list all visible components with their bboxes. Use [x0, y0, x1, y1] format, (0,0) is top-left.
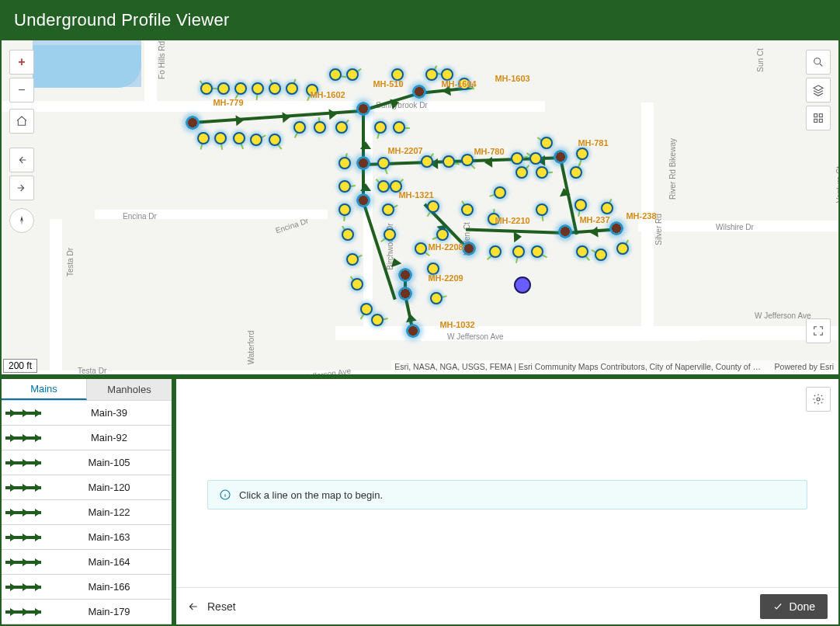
mains-list[interactable]: Main-39Main-92Main-105Main-120Main-122Ma…	[2, 401, 172, 624]
cleanout-marker[interactable]	[576, 245, 588, 258]
search-button[interactable]	[806, 50, 831, 75]
list-item[interactable]: Main-163	[2, 525, 172, 550]
cleanout-marker[interactable]	[616, 242, 629, 255]
cleanout-marker[interactable]	[217, 82, 230, 95]
layers-button[interactable]	[806, 78, 831, 103]
manhole-marker[interactable]	[356, 156, 370, 170]
profile-settings-button[interactable]	[806, 387, 831, 412]
cleanout-marker[interactable]	[601, 202, 613, 214]
tab-mains[interactable]: Mains	[2, 379, 87, 400]
cleanout-marker[interactable]	[335, 121, 348, 134]
previous-extent-button[interactable]	[9, 148, 34, 172]
cleanout-marker[interactable]	[338, 203, 351, 216]
map-pane[interactable]: Fo Hills RdSunnybrook DrRiver Rd Bikeway…	[2, 40, 838, 374]
list-item[interactable]: Main-92	[2, 426, 172, 450]
cleanout-marker[interactable]	[427, 200, 439, 213]
cleanout-marker[interactable]	[570, 166, 582, 179]
list-item[interactable]: Main-122	[2, 500, 172, 525]
manhole-marker[interactable]	[462, 242, 476, 256]
manhole-label: MH-1321	[398, 190, 433, 200]
manhole-label: MH-1032	[439, 320, 474, 329]
cleanout-marker[interactable]	[351, 278, 363, 290]
manhole-marker[interactable]	[406, 324, 420, 338]
cleanout-marker[interactable]	[531, 245, 543, 258]
cleanout-marker[interactable]	[377, 157, 390, 169]
cleanout-marker[interactable]	[494, 186, 506, 199]
next-extent-button[interactable]	[9, 176, 34, 200]
fullscreen-button[interactable]	[806, 318, 831, 343]
cleanout-marker[interactable]	[540, 137, 553, 149]
cleanout-marker[interactable]	[200, 82, 213, 95]
cleanout-marker[interactable]	[377, 180, 390, 193]
cleanout-marker[interactable]	[436, 228, 449, 241]
cleanout-marker[interactable]	[461, 203, 474, 216]
manhole-label: MH-2210	[495, 216, 529, 225]
cleanout-marker[interactable]	[529, 152, 542, 165]
cleanout-marker[interactable]	[234, 82, 247, 95]
list-item[interactable]: Main-164	[2, 550, 172, 575]
cleanout-marker[interactable]	[536, 166, 548, 179]
cleanout-marker[interactable]	[415, 242, 427, 255]
list-item[interactable]: Main-179	[2, 600, 172, 624]
tab-manholes[interactable]: Manholes	[87, 379, 172, 400]
cleanout-marker[interactable]	[384, 228, 396, 241]
zoom-out-button[interactable]: −	[9, 78, 34, 103]
done-button[interactable]: Done	[760, 594, 828, 619]
cleanout-marker[interactable]	[286, 82, 298, 95]
cleanout-marker[interactable]	[512, 245, 525, 258]
cleanout-marker[interactable]	[576, 148, 588, 160]
cleanout-marker[interactable]	[250, 134, 262, 146]
manhole-marker[interactable]	[554, 150, 568, 164]
cleanout-marker[interactable]	[293, 121, 306, 134]
cleanout-marker[interactable]	[595, 249, 607, 261]
cleanout-marker[interactable]	[536, 203, 548, 216]
cleanout-marker[interactable]	[443, 155, 455, 168]
cleanout-marker[interactable]	[515, 166, 528, 179]
map-attribution: Esri, NASA, NGA, USGS, FEMA | Esri Commu…	[391, 360, 837, 373]
cleanout-marker[interactable]	[382, 203, 394, 216]
list-item-label: Main-92	[53, 432, 165, 443]
home-button[interactable]	[9, 109, 34, 134]
cleanout-marker[interactable]	[342, 228, 354, 241]
cleanout-marker[interactable]	[346, 253, 359, 266]
cleanout-marker[interactable]	[214, 132, 227, 144]
manhole-marker[interactable]	[412, 85, 426, 99]
cleanout-marker[interactable]	[314, 121, 326, 134]
reset-button[interactable]: Reset	[187, 600, 236, 613]
extent-controls	[9, 148, 34, 200]
manhole-marker[interactable]	[398, 287, 412, 301]
cleanout-marker[interactable]	[252, 82, 264, 95]
cleanout-marker[interactable]	[371, 314, 384, 326]
list-item[interactable]: Main-39	[2, 401, 172, 426]
cleanout-marker[interactable]	[574, 199, 587, 211]
cleanout-marker[interactable]	[374, 121, 387, 134]
cleanout-marker[interactable]	[269, 134, 281, 146]
manhole-marker[interactable]	[398, 268, 412, 282]
cleanout-marker[interactable]	[329, 68, 342, 81]
list-item[interactable]: Main-166	[2, 575, 172, 600]
cleanout-marker[interactable]	[338, 180, 351, 193]
cleanout-marker[interactable]	[425, 68, 438, 81]
cleanout-marker[interactable]	[421, 155, 433, 168]
manhole-marker[interactable]	[356, 193, 370, 207]
cleanout-marker[interactable]	[269, 82, 281, 95]
cleanout-marker[interactable]	[197, 132, 210, 144]
manhole-marker[interactable]	[558, 224, 572, 238]
cleanout-marker[interactable]	[346, 68, 359, 81]
manhole-marker[interactable]	[609, 221, 623, 235]
cleanout-marker[interactable]	[430, 292, 443, 304]
basemap-button[interactable]	[806, 106, 831, 130]
cleanout-marker[interactable]	[511, 152, 523, 165]
compass-button[interactable]	[9, 208, 34, 233]
cleanout-marker[interactable]	[233, 132, 245, 144]
list-item[interactable]: Main-120	[2, 475, 172, 500]
cleanout-marker[interactable]	[489, 245, 502, 258]
manhole-marker[interactable]	[356, 102, 370, 116]
cleanout-marker[interactable]	[360, 303, 373, 315]
cleanout-marker[interactable]	[338, 157, 351, 169]
zoom-in-button[interactable]: +	[9, 50, 34, 75]
cleanout-marker[interactable]	[393, 121, 405, 134]
cleanout-marker[interactable]	[461, 154, 474, 166]
list-item[interactable]: Main-105	[2, 450, 172, 475]
manhole-marker[interactable]	[186, 116, 200, 130]
